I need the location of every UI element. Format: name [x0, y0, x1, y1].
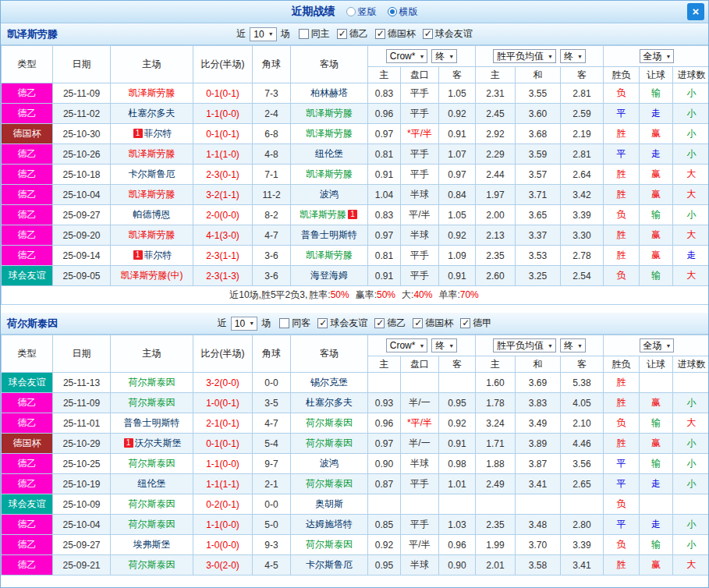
- team-name-link[interactable]: 荷尔斯泰因: [306, 417, 353, 428]
- col-score: 比分(半场): [193, 46, 253, 83]
- checkbox-icon[interactable]: [374, 318, 385, 328]
- bookmaker-dropdown[interactable]: Crow*▼: [386, 49, 428, 63]
- final-handicap-value: 终: [435, 339, 445, 352]
- checkbox-icon[interactable]: [375, 29, 385, 39]
- team-name-link[interactable]: 荷尔斯泰因: [129, 397, 175, 408]
- goals-result-cell: 小: [673, 144, 709, 165]
- team-name-link[interactable]: 埃弗斯堡: [133, 539, 171, 550]
- result-cell: 胜: [604, 373, 640, 393]
- checkbox-icon[interactable]: [460, 318, 470, 328]
- col-handicap-away: 客: [439, 67, 476, 83]
- team-name-link[interactable]: 达姆施塔特: [306, 519, 353, 530]
- team-name-link[interactable]: 卡尔斯鲁厄: [129, 168, 175, 179]
- handicap-away-odds-cell: 0.92: [439, 104, 476, 124]
- filter-checkbox[interactable]: 球会友谊: [317, 317, 367, 330]
- team-name-link[interactable]: 柏林赫塔: [310, 87, 348, 98]
- odds-average-dropdown[interactable]: 胜平负均值▼: [493, 49, 556, 63]
- odds-home-cell: 1.88: [476, 454, 516, 474]
- final-handicap-dropdown[interactable]: 终▼: [431, 49, 457, 63]
- team-name-link[interactable]: 沃尔夫斯堡: [135, 437, 182, 448]
- team-name-link[interactable]: 荷尔斯泰因: [129, 498, 175, 509]
- radio-unselected-icon[interactable]: [346, 7, 356, 16]
- team-name-link[interactable]: 凯泽斯劳滕: [129, 229, 175, 240]
- team-name-link[interactable]: 凯泽斯劳滕: [129, 189, 175, 200]
- match-date-cell: 25-11-01: [53, 413, 111, 434]
- handicap-line-cell: 半/一: [401, 393, 439, 413]
- team-name-link[interactable]: 波鸿: [320, 458, 339, 469]
- fulltime-dropdown[interactable]: 全场▼: [640, 338, 675, 352]
- final-handicap-dropdown[interactable]: 终▼: [431, 338, 457, 352]
- team-name-link[interactable]: 荷尔斯泰因: [306, 437, 353, 448]
- team-name-link[interactable]: 菲尔特: [144, 128, 172, 139]
- final-odds-dropdown[interactable]: 终▼: [560, 338, 586, 352]
- team-name-link[interactable]: 纽伦堡: [315, 148, 343, 159]
- result-cell: 胜: [604, 165, 640, 185]
- checkbox-icon[interactable]: [279, 318, 289, 328]
- team-name-link[interactable]: 奥胡斯: [315, 498, 343, 509]
- result-cell: 负: [604, 494, 640, 515]
- team-name-link[interactable]: 波鸿: [320, 189, 339, 200]
- handicap-result-cell: 输: [640, 83, 673, 104]
- layout-horizontal-radio[interactable]: 横版: [388, 5, 418, 19]
- team-name-link[interactable]: 凯泽斯劳滕: [300, 209, 346, 220]
- team-name-link[interactable]: 纽伦堡: [138, 478, 166, 489]
- games-count-dropdown[interactable]: 10 ▼: [231, 317, 257, 331]
- team-name-link[interactable]: 荷尔斯泰因: [306, 478, 353, 489]
- team-name-link[interactable]: 凯泽斯劳滕: [306, 168, 353, 179]
- handicap-home-odds-cell: 0.91: [368, 165, 401, 185]
- fulltime-dropdown[interactable]: 全场▼: [640, 49, 675, 63]
- bookmaker-dropdown[interactable]: Crow*▼: [386, 338, 428, 352]
- filter-checkbox[interactable]: 德国杯: [413, 317, 453, 330]
- filter-checkbox[interactable]: 德国杯: [375, 27, 416, 41]
- team-name-link[interactable]: 凯泽斯劳滕: [129, 148, 175, 159]
- team-name-link[interactable]: 荷尔斯泰因: [306, 539, 353, 550]
- team-name-link[interactable]: 锡尔克堡: [310, 377, 348, 388]
- team-name-link[interactable]: 荷尔斯泰因: [129, 519, 175, 530]
- score-cell: 1-1(0-0): [193, 454, 253, 474]
- radio-selected-icon[interactable]: [388, 7, 397, 16]
- team-name-link[interactable]: 荷尔斯泰因: [129, 377, 175, 388]
- team-name-link[interactable]: 杜塞尔多夫: [306, 397, 353, 408]
- team-name-link[interactable]: 凯泽斯劳滕: [306, 250, 353, 260]
- checkbox-icon[interactable]: [423, 29, 433, 39]
- odds-average-dropdown[interactable]: 胜平负均值▼: [493, 338, 556, 352]
- col-result: 胜负: [604, 356, 640, 373]
- games-count-dropdown[interactable]: 10 ▼: [250, 27, 276, 41]
- checkbox-icon[interactable]: [317, 318, 328, 328]
- team-name-link[interactable]: 凯泽斯劳滕: [129, 87, 175, 98]
- checkbox-icon[interactable]: [337, 29, 347, 39]
- filter-checkbox[interactable]: 同客: [279, 317, 310, 330]
- filter-checkbox[interactable]: 球会友谊: [423, 27, 473, 41]
- team-name-link[interactable]: 凯泽斯劳滕: [306, 108, 353, 119]
- team-name-link[interactable]: 凯泽斯劳滕: [306, 128, 353, 139]
- filter-checkbox[interactable]: 德乙: [374, 317, 406, 330]
- team-name-link[interactable]: 菲尔特: [144, 250, 172, 260]
- team-name-link[interactable]: 普鲁士明斯特: [124, 417, 180, 428]
- team-name-link[interactable]: 普鲁士明斯特: [301, 229, 357, 240]
- col-handicap-home: 主: [368, 67, 401, 83]
- handicap-away-odds-cell: 1.07: [439, 144, 476, 165]
- filter-checkbox[interactable]: 德乙: [337, 27, 368, 41]
- team-name-link[interactable]: 卡尔斯鲁厄: [306, 559, 353, 570]
- team-name-link[interactable]: 海登海姆: [310, 270, 348, 281]
- team-name-link[interactable]: 帕德博恩: [133, 209, 171, 220]
- final-odds-dropdown[interactable]: 终▼: [560, 49, 586, 63]
- filter-checkbox[interactable]: 同主: [299, 27, 330, 41]
- away-team-cell: 卡尔斯鲁厄: [291, 555, 368, 576]
- close-button[interactable]: ×: [687, 3, 704, 20]
- col-handicap: 盘口: [401, 67, 439, 83]
- team-name-link[interactable]: 凯泽斯劳滕(中): [121, 270, 183, 281]
- handicap-result-cell: 走: [640, 474, 673, 494]
- checkbox-icon[interactable]: [413, 318, 423, 328]
- match-type-cell: 德乙: [2, 393, 53, 413]
- filter-checkbox[interactable]: 德甲: [460, 317, 491, 330]
- team-name-link[interactable]: 荷尔斯泰因: [129, 559, 175, 570]
- layout-vertical-radio[interactable]: 竖版: [346, 5, 377, 19]
- team-name-link[interactable]: 杜塞尔多夫: [129, 108, 175, 119]
- handicap-line-cell: 平/半: [401, 535, 439, 555]
- away-team-cell: 海登海姆: [291, 266, 368, 286]
- team-name-link[interactable]: 荷尔斯泰因: [129, 458, 175, 469]
- checkbox-icon[interactable]: [299, 29, 309, 39]
- odds-away-cell: 2.81: [561, 83, 604, 104]
- match-date-cell: 25-10-25: [53, 454, 111, 474]
